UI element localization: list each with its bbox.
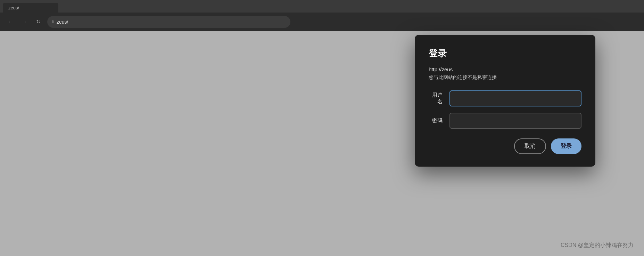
- password-label: 密码: [429, 118, 443, 124]
- password-input[interactable]: [449, 113, 581, 129]
- tab-label: zeus/: [8, 5, 19, 10]
- dialog-buttons: 取消 登录: [429, 138, 581, 154]
- dialog-overlay: 登录 http://zeus 您与此网站的连接不是私密连接 用户名 密码 取消 …: [0, 31, 644, 256]
- address-info-icon: ℹ: [52, 19, 54, 24]
- address-text: zeus/: [57, 19, 68, 25]
- tab-bar: zeus/: [0, 0, 644, 13]
- username-label: 用户名: [429, 92, 443, 105]
- address-bar[interactable]: ℹ zeus/: [47, 16, 290, 28]
- active-tab[interactable]: zeus/: [3, 3, 58, 13]
- username-row: 用户名: [429, 90, 581, 106]
- password-row: 密码: [429, 113, 581, 129]
- username-input[interactable]: [449, 90, 581, 106]
- forward-button[interactable]: →: [19, 17, 29, 27]
- browser-chrome: zeus/ ← → ↻ ℹ zeus/: [0, 0, 644, 31]
- dialog-url: http://zeus: [429, 66, 581, 72]
- cancel-button[interactable]: 取消: [514, 138, 546, 154]
- dialog-title: 登录: [429, 47, 581, 59]
- dialog-warning: 您与此网站的连接不是私密连接: [429, 74, 581, 81]
- login-dialog: 登录 http://zeus 您与此网站的连接不是私密连接 用户名 密码 取消 …: [415, 35, 595, 167]
- nav-bar: ← → ↻ ℹ zeus/: [0, 13, 644, 31]
- login-button[interactable]: 登录: [551, 138, 581, 154]
- back-button[interactable]: ←: [6, 17, 15, 27]
- page-content: CSDN @坚定的小辣鸡在努力 登录 http://zeus 您与此网站的连接不…: [0, 31, 644, 256]
- reload-button[interactable]: ↻: [33, 17, 43, 27]
